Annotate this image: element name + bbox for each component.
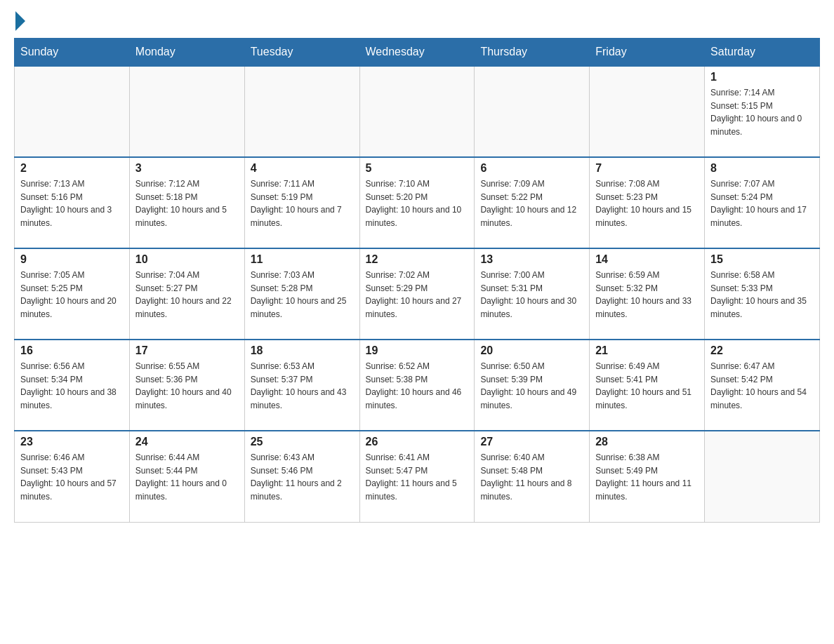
weekday-header-tuesday: Tuesday: [244, 39, 359, 67]
day-info: Sunrise: 6:43 AM Sunset: 5:46 PM Dayligh…: [251, 451, 354, 503]
day-info: Sunrise: 7:07 AM Sunset: 5:24 PM Dayligh…: [710, 177, 814, 229]
calendar-cell: 24Sunrise: 6:44 AM Sunset: 5:44 PM Dayli…: [129, 431, 244, 522]
day-info: Sunrise: 7:04 AM Sunset: 5:27 PM Dayligh…: [135, 269, 239, 321]
day-info: Sunrise: 6:44 AM Sunset: 5:44 PM Dayligh…: [135, 451, 239, 503]
calendar-cell: 9Sunrise: 7:05 AM Sunset: 5:25 PM Daylig…: [15, 248, 130, 340]
day-number: 10: [135, 253, 239, 266]
calendar-cell: [590, 66, 705, 157]
day-number: 3: [135, 162, 239, 175]
day-info: Sunrise: 7:10 AM Sunset: 5:20 PM Dayligh…: [366, 177, 469, 229]
calendar-cell: 19Sunrise: 6:52 AM Sunset: 5:38 PM Dayli…: [359, 340, 475, 431]
day-number: 25: [251, 436, 354, 448]
calendar-cell: 22Sunrise: 6:47 AM Sunset: 5:42 PM Dayli…: [705, 340, 820, 431]
calendar-cell: 14Sunrise: 6:59 AM Sunset: 5:32 PM Dayli…: [590, 248, 705, 340]
calendar-cell: 25Sunrise: 6:43 AM Sunset: 5:46 PM Dayli…: [244, 431, 359, 522]
day-number: 28: [595, 436, 699, 448]
day-number: 15: [710, 253, 814, 266]
week-row-4: 16Sunrise: 6:56 AM Sunset: 5:34 PM Dayli…: [15, 340, 820, 431]
day-number: 19: [366, 344, 469, 357]
calendar-cell: [475, 66, 590, 157]
weekday-header-friday: Friday: [590, 39, 705, 67]
calendar-cell: 2Sunrise: 7:13 AM Sunset: 5:16 PM Daylig…: [15, 157, 130, 248]
day-info: Sunrise: 6:55 AM Sunset: 5:36 PM Dayligh…: [135, 360, 239, 412]
calendar-cell: 27Sunrise: 6:40 AM Sunset: 5:48 PM Dayli…: [475, 431, 590, 522]
day-number: 8: [710, 162, 814, 175]
day-info: Sunrise: 6:41 AM Sunset: 5:47 PM Dayligh…: [366, 451, 469, 503]
day-info: Sunrise: 6:58 AM Sunset: 5:33 PM Dayligh…: [710, 269, 814, 321]
day-info: Sunrise: 7:00 AM Sunset: 5:31 PM Dayligh…: [480, 269, 583, 321]
calendar-cell: [129, 66, 244, 157]
day-number: 1: [710, 71, 814, 83]
calendar-cell: 6Sunrise: 7:09 AM Sunset: 5:22 PM Daylig…: [475, 157, 590, 248]
day-number: 12: [366, 253, 469, 266]
calendar-cell: 13Sunrise: 7:00 AM Sunset: 5:31 PM Dayli…: [475, 248, 590, 340]
day-info: Sunrise: 6:49 AM Sunset: 5:41 PM Dayligh…: [595, 360, 699, 412]
day-number: 21: [595, 344, 699, 357]
week-row-5: 23Sunrise: 6:46 AM Sunset: 5:43 PM Dayli…: [15, 431, 820, 522]
week-row-3: 9Sunrise: 7:05 AM Sunset: 5:25 PM Daylig…: [15, 248, 820, 340]
calendar-cell: [705, 431, 820, 522]
day-number: 26: [366, 436, 469, 448]
day-info: Sunrise: 6:53 AM Sunset: 5:37 PM Dayligh…: [251, 360, 354, 412]
weekday-header-row: SundayMondayTuesdayWednesdayThursdayFrid…: [15, 39, 820, 67]
calendar-cell: 18Sunrise: 6:53 AM Sunset: 5:37 PM Dayli…: [244, 340, 359, 431]
day-number: 17: [135, 344, 239, 357]
calendar-cell: 17Sunrise: 6:55 AM Sunset: 5:36 PM Dayli…: [129, 340, 244, 431]
calendar-cell: 3Sunrise: 7:12 AM Sunset: 5:18 PM Daylig…: [129, 157, 244, 248]
day-number: 14: [595, 253, 699, 266]
day-number: 27: [480, 436, 583, 448]
weekday-header-thursday: Thursday: [475, 39, 590, 67]
calendar-cell: 12Sunrise: 7:02 AM Sunset: 5:29 PM Dayli…: [359, 248, 475, 340]
day-info: Sunrise: 6:52 AM Sunset: 5:38 PM Dayligh…: [366, 360, 469, 412]
day-number: 6: [480, 162, 583, 175]
calendar-table: SundayMondayTuesdayWednesdayThursdayFrid…: [14, 38, 820, 523]
calendar-cell: 11Sunrise: 7:03 AM Sunset: 5:28 PM Dayli…: [244, 248, 359, 340]
page-header: [14, 14, 820, 31]
calendar-cell: 21Sunrise: 6:49 AM Sunset: 5:41 PM Dayli…: [590, 340, 705, 431]
day-info: Sunrise: 7:03 AM Sunset: 5:28 PM Dayligh…: [251, 269, 354, 321]
calendar-cell: [15, 66, 130, 157]
calendar-cell: 8Sunrise: 7:07 AM Sunset: 5:24 PM Daylig…: [705, 157, 820, 248]
day-info: Sunrise: 7:08 AM Sunset: 5:23 PM Dayligh…: [595, 177, 699, 229]
calendar-cell: 10Sunrise: 7:04 AM Sunset: 5:27 PM Dayli…: [129, 248, 244, 340]
day-number: 16: [20, 344, 124, 357]
day-info: Sunrise: 6:50 AM Sunset: 5:39 PM Dayligh…: [480, 360, 583, 412]
calendar-cell: 23Sunrise: 6:46 AM Sunset: 5:43 PM Dayli…: [15, 431, 130, 522]
day-number: 13: [480, 253, 583, 266]
logo-arrow-icon: [15, 11, 25, 31]
calendar-cell: [359, 66, 475, 157]
day-number: 20: [480, 344, 583, 357]
calendar-cell: 7Sunrise: 7:08 AM Sunset: 5:23 PM Daylig…: [590, 157, 705, 248]
weekday-header-monday: Monday: [129, 39, 244, 67]
week-row-1: 1Sunrise: 7:14 AM Sunset: 5:15 PM Daylig…: [15, 66, 820, 157]
day-info: Sunrise: 7:13 AM Sunset: 5:16 PM Dayligh…: [20, 177, 124, 229]
calendar-cell: 20Sunrise: 6:50 AM Sunset: 5:39 PM Dayli…: [475, 340, 590, 431]
day-number: 5: [366, 162, 469, 175]
day-number: 4: [251, 162, 354, 175]
calendar-cell: [244, 66, 359, 157]
calendar-cell: 28Sunrise: 6:38 AM Sunset: 5:49 PM Dayli…: [590, 431, 705, 522]
day-info: Sunrise: 6:47 AM Sunset: 5:42 PM Dayligh…: [710, 360, 814, 412]
day-number: 23: [20, 436, 124, 448]
calendar-cell: 4Sunrise: 7:11 AM Sunset: 5:19 PM Daylig…: [244, 157, 359, 248]
logo: [14, 14, 25, 31]
day-info: Sunrise: 6:46 AM Sunset: 5:43 PM Dayligh…: [20, 451, 124, 503]
weekday-header-sunday: Sunday: [15, 39, 130, 67]
calendar-cell: 26Sunrise: 6:41 AM Sunset: 5:47 PM Dayli…: [359, 431, 475, 522]
calendar-cell: 5Sunrise: 7:10 AM Sunset: 5:20 PM Daylig…: [359, 157, 475, 248]
day-number: 24: [135, 436, 239, 448]
weekday-header-saturday: Saturday: [705, 39, 820, 67]
day-number: 2: [20, 162, 124, 175]
day-info: Sunrise: 6:59 AM Sunset: 5:32 PM Dayligh…: [595, 269, 699, 321]
day-info: Sunrise: 7:02 AM Sunset: 5:29 PM Dayligh…: [366, 269, 469, 321]
day-info: Sunrise: 6:38 AM Sunset: 5:49 PM Dayligh…: [595, 451, 699, 503]
day-info: Sunrise: 6:56 AM Sunset: 5:34 PM Dayligh…: [20, 360, 124, 412]
day-info: Sunrise: 7:05 AM Sunset: 5:25 PM Dayligh…: [20, 269, 124, 321]
day-info: Sunrise: 7:09 AM Sunset: 5:22 PM Dayligh…: [480, 177, 583, 229]
day-info: Sunrise: 7:11 AM Sunset: 5:19 PM Dayligh…: [251, 177, 354, 229]
week-row-2: 2Sunrise: 7:13 AM Sunset: 5:16 PM Daylig…: [15, 157, 820, 248]
day-number: 22: [710, 344, 814, 357]
day-info: Sunrise: 7:14 AM Sunset: 5:15 PM Dayligh…: [710, 86, 814, 138]
day-number: 11: [251, 253, 354, 266]
calendar-cell: 16Sunrise: 6:56 AM Sunset: 5:34 PM Dayli…: [15, 340, 130, 431]
